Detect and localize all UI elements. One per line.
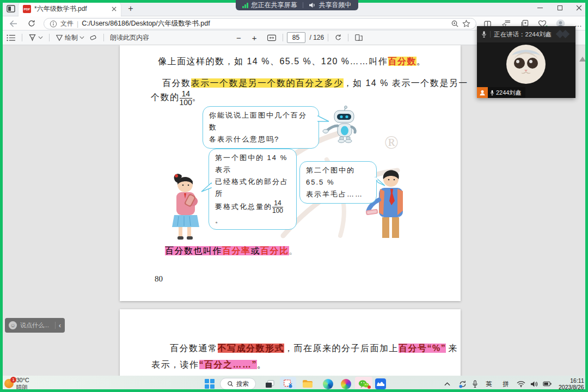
- paragraph-text: 个数的: [151, 93, 180, 102]
- highlighted-term: 百分数: [388, 57, 417, 66]
- zoom-in-button[interactable]: +: [250, 32, 259, 44]
- tab-actions-button[interactable]: [5, 3, 17, 14]
- battery-icon[interactable]: [543, 381, 552, 387]
- cat-avatar: [506, 45, 546, 84]
- zoom-icon[interactable]: [451, 20, 459, 28]
- tray-expand-button[interactable]: [440, 377, 454, 391]
- bubble-tail: [317, 115, 329, 124]
- eraser-button[interactable]: [87, 32, 100, 44]
- share-banner-divider: [303, 2, 303, 8]
- snipping-tool-icon: [283, 379, 293, 389]
- meeting-overlay[interactable]: 正在讲话：2244刘鑫 2244刘鑫: [477, 26, 575, 98]
- paragraph-2: 百分数表示一个数是另一个数的百分之多少，如 14 % 表示一个数是另一: [162, 77, 456, 89]
- refresh-button[interactable]: [25, 18, 38, 29]
- volume-icon[interactable]: [530, 381, 538, 388]
- new-tab-button[interactable]: +: [125, 3, 136, 14]
- toc-button[interactable]: [4, 32, 18, 44]
- ime-en-label[interactable]: 英: [483, 380, 495, 388]
- eraser-icon: [89, 34, 97, 41]
- overlay-collapse-arrow[interactable]: [579, 57, 586, 62]
- draw-label: 绘制: [65, 33, 78, 42]
- registered-mark: ®: [384, 132, 399, 153]
- share-banner-audio-text: 共享音频中: [319, 1, 352, 10]
- zoom-out-button[interactable]: −: [234, 32, 243, 44]
- minus-icon: −: [236, 33, 241, 42]
- rotate-button[interactable]: [332, 32, 344, 44]
- chat-widget[interactable]: ☺ 说点什么... ‹: [5, 318, 65, 333]
- read-aloud-button[interactable]: 朗读此页内容: [108, 32, 151, 44]
- sync-tray-icon[interactable]: [458, 380, 467, 388]
- ellipsis-icon: …: [574, 20, 582, 28]
- robot-illustration: [319, 105, 360, 143]
- folder-icon: [302, 379, 313, 388]
- address-pill[interactable]: 文件 | C:/Users/86186/Desktop/六年级数学书.pdf: [44, 18, 476, 29]
- toolbar-divider: [328, 34, 328, 41]
- toolbar-divider: [49, 34, 50, 41]
- start-button[interactable]: [203, 377, 217, 391]
- weather-desc: 晴朗: [16, 384, 28, 390]
- wifi-icon[interactable]: [517, 381, 525, 387]
- ime-pinyin-label[interactable]: 拼: [500, 380, 512, 388]
- favorite-star-icon[interactable]: [462, 20, 470, 28]
- highlighter-button[interactable]: [26, 32, 45, 44]
- chat-divider: [55, 322, 56, 329]
- participant-name-row: 2244刘鑫: [488, 87, 525, 98]
- summary-text: 百分数也叫作: [165, 246, 222, 255]
- chat-collapse-button[interactable]: ‹: [59, 322, 61, 329]
- read-aloud-label: 朗读此页内容: [110, 33, 149, 42]
- mic-icon: [481, 30, 487, 38]
- meeting-logo-icon: [554, 30, 572, 39]
- fraction-numerator: 14: [272, 200, 283, 207]
- address-url: C:/Users/86186/Desktop/六年级数学书.pdf: [82, 19, 448, 28]
- active-indicator: [284, 389, 292, 391]
- fraction-denominator: 100: [272, 207, 283, 215]
- pdf-tab[interactable]: PDF *六年级数学书.pdf: [19, 2, 121, 16]
- paragraph-text: 。: [257, 360, 267, 369]
- notification-dot: [367, 385, 371, 389]
- mic-tray-icon[interactable]: [472, 380, 478, 388]
- edge-icon: [323, 379, 333, 389]
- window-maximize-button[interactable]: [550, 0, 569, 15]
- page-view-icon: [354, 34, 363, 41]
- window-minimize-button[interactable]: [530, 0, 550, 15]
- paragraph-text: 。: [192, 93, 202, 102]
- paragraph-text: 表示，读作: [151, 360, 199, 369]
- fraction: 14100: [180, 90, 192, 107]
- snipping-tool-button[interactable]: [280, 377, 296, 391]
- paragraph-text: 百分数通常: [170, 344, 218, 353]
- edge-browser-button[interactable]: [321, 377, 335, 391]
- paragraph-text: 。: [416, 57, 426, 66]
- page-view-button[interactable]: [352, 32, 365, 44]
- draw-button[interactable]: 绘制: [53, 32, 87, 44]
- chevron-down-icon: [79, 36, 84, 39]
- meeting-app-button[interactable]: [373, 377, 388, 391]
- bubble-text: 要格式化总量的14100。: [215, 200, 290, 226]
- file-explorer-button[interactable]: [301, 377, 315, 391]
- active-indicator: [378, 389, 383, 391]
- fit-width-button[interactable]: [265, 32, 279, 44]
- highlighted-phrase: “百分之……”: [199, 360, 258, 369]
- fit-width-icon: [267, 34, 277, 41]
- system-tray: 英 拼 16:112023/8/26: [458, 376, 588, 392]
- task-view-button[interactable]: [262, 377, 277, 391]
- participant-name: 2244刘鑫: [496, 89, 521, 97]
- color-app-button[interactable]: [339, 377, 353, 391]
- clock-widget[interactable]: 16:112023/8/26: [559, 377, 584, 390]
- fraction: 14100: [272, 200, 283, 214]
- tab-close-button[interactable]: [112, 7, 117, 11]
- highlighter-icon: [28, 34, 36, 41]
- pdf-page-1: ® 像上面这样的数，如 14 %、65.5 %、120 %……叫作百分数。 百分…: [120, 45, 461, 301]
- window-close-button[interactable]: [569, 0, 588, 15]
- tab-preview-icon: [7, 5, 15, 13]
- participant-video[interactable]: 2244刘鑫: [477, 42, 575, 98]
- wechat-button[interactable]: [355, 377, 372, 391]
- page-input[interactable]: [287, 32, 305, 43]
- search-box[interactable]: 搜索: [220, 378, 256, 390]
- weather-widget[interactable]: 1 30°C晴朗: [4, 377, 29, 390]
- bubble-text: 表示羊毛占……: [306, 188, 370, 200]
- back-icon: [9, 20, 17, 27]
- toolbar-divider: [22, 34, 22, 41]
- chat-input-placeholder[interactable]: 说点什么...: [20, 321, 52, 329]
- toc-icon: [7, 34, 16, 41]
- back-button[interactable]: [7, 18, 20, 29]
